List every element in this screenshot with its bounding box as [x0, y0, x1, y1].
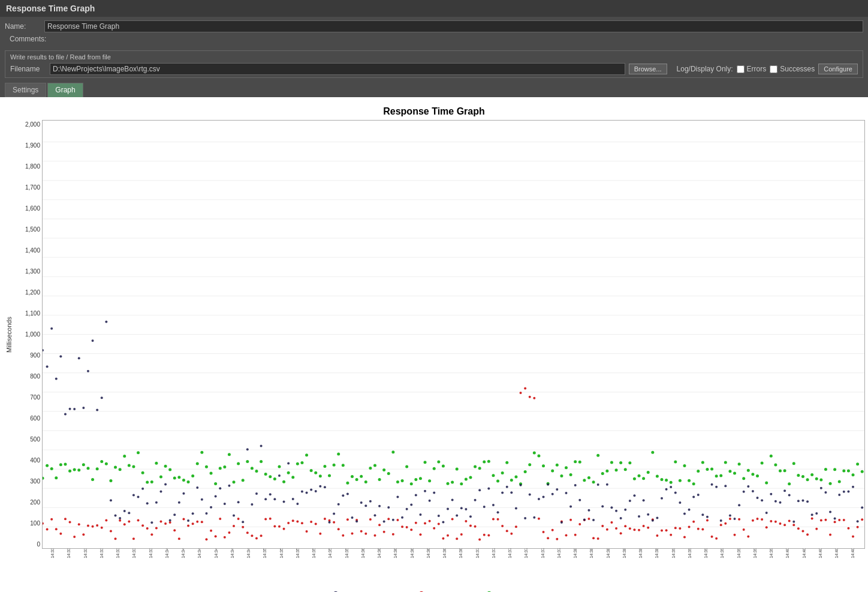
svg-point-417 — [196, 486, 198, 489]
svg-point-495 — [551, 493, 554, 495]
svg-point-347 — [701, 528, 704, 531]
svg-point-290 — [442, 537, 444, 540]
svg-point-386 — [55, 378, 58, 380]
svg-point-22 — [46, 464, 49, 467]
y-tick-500: 500 — [15, 436, 42, 443]
svg-point-406 — [146, 502, 149, 504]
svg-point-45 — [150, 480, 153, 483]
svg-point-349 — [711, 536, 713, 538]
svg-point-201 — [861, 470, 864, 473]
svg-point-266 — [333, 521, 335, 524]
svg-point-487 — [515, 507, 517, 510]
svg-point-333 — [638, 529, 640, 531]
svg-point-532 — [720, 519, 722, 522]
svg-point-476 — [465, 508, 467, 510]
svg-point-483 — [497, 511, 499, 513]
svg-point-287 — [429, 520, 431, 522]
svg-point-84 — [328, 474, 331, 477]
svg-point-521 — [670, 486, 672, 488]
svg-point-411 — [169, 519, 171, 521]
name-label: Name: — [5, 22, 41, 31]
svg-point-513 — [633, 494, 635, 497]
svg-point-551 — [806, 500, 809, 503]
x-label-14: 14:35:13 — [279, 549, 283, 558]
svg-point-245 — [237, 518, 240, 520]
svg-point-392 — [82, 407, 85, 409]
svg-point-418 — [201, 498, 203, 501]
svg-point-99 — [396, 480, 399, 483]
svg-point-204 — [50, 518, 53, 521]
svg-point-144 — [601, 472, 604, 475]
svg-point-92 — [364, 480, 367, 483]
svg-point-85 — [333, 464, 336, 467]
errors-label: Errors — [747, 65, 767, 73]
svg-point-67 — [251, 467, 254, 470]
x-label-35: 14:38:32 — [622, 549, 626, 558]
svg-point-37 — [114, 465, 117, 468]
svg-point-122 — [501, 471, 504, 474]
y-tick-0: 0 — [15, 541, 42, 548]
errors-checkbox[interactable] — [737, 65, 745, 73]
svg-point-81 — [314, 471, 317, 474]
svg-point-129 — [533, 451, 536, 454]
name-input[interactable] — [44, 20, 863, 32]
svg-point-56 — [200, 451, 203, 454]
svg-point-159 — [670, 481, 673, 484]
svg-point-378 — [843, 519, 845, 521]
svg-point-461 — [396, 496, 399, 498]
svg-point-468 — [429, 500, 431, 502]
svg-point-205 — [55, 528, 58, 530]
svg-point-444 — [319, 485, 321, 488]
svg-point-208 — [69, 521, 71, 524]
svg-point-293 — [456, 537, 458, 540]
svg-point-518 — [656, 517, 658, 519]
svg-point-142 — [592, 480, 595, 483]
svg-point-304 — [506, 530, 508, 532]
svg-point-26 — [64, 463, 67, 466]
svg-point-405 — [141, 488, 144, 490]
svg-point-47 — [159, 476, 162, 479]
tab-settings[interactable]: Settings — [5, 83, 46, 97]
x-label-32: 14:38:04 — [573, 549, 577, 558]
svg-point-558 — [838, 494, 840, 496]
svg-point-66 — [246, 460, 249, 463]
svg-point-373 — [820, 519, 822, 522]
svg-point-133 — [551, 469, 554, 472]
svg-point-434 — [273, 498, 276, 500]
svg-point-58 — [210, 472, 213, 475]
svg-point-134 — [556, 464, 559, 467]
x-label-24: 14:36:48 — [442, 549, 447, 558]
svg-point-524 — [683, 512, 686, 515]
svg-point-212 — [87, 524, 89, 527]
svg-point-178 — [756, 474, 759, 477]
configure-button[interactable]: Configure — [818, 64, 858, 74]
svg-point-485 — [506, 486, 508, 488]
svg-point-191 — [815, 477, 818, 480]
svg-point-506 — [601, 505, 604, 507]
x-label-46: 14:40:17 — [801, 549, 806, 558]
svg-point-458 — [383, 521, 385, 523]
file-section-title: Write results to file / Read from file — [10, 53, 858, 61]
browse-button[interactable]: Browse... — [629, 64, 667, 74]
svg-point-171 — [724, 461, 727, 464]
svg-point-179 — [761, 462, 764, 465]
svg-point-408 — [155, 501, 158, 504]
filename-input[interactable] — [50, 63, 625, 75]
svg-point-248 — [251, 534, 253, 537]
svg-point-335 — [647, 527, 649, 529]
x-label-49: 14:40:45 — [851, 549, 855, 558]
x-label-15: 14:35:22 — [295, 549, 299, 558]
svg-point-185 — [788, 482, 791, 485]
svg-point-123 — [505, 461, 508, 464]
tab-graph[interactable]: Graph — [47, 83, 83, 97]
svg-point-176 — [747, 469, 750, 472]
svg-point-345 — [692, 521, 695, 523]
successes-checkbox[interactable] — [770, 65, 777, 73]
svg-point-74 — [282, 480, 285, 483]
svg-point-442 — [310, 489, 312, 491]
form-section: Name: Comments: — [0, 17, 868, 48]
svg-point-413 — [178, 501, 180, 504]
svg-point-456 — [373, 514, 376, 516]
svg-point-295 — [465, 520, 467, 522]
svg-point-130 — [537, 455, 540, 458]
